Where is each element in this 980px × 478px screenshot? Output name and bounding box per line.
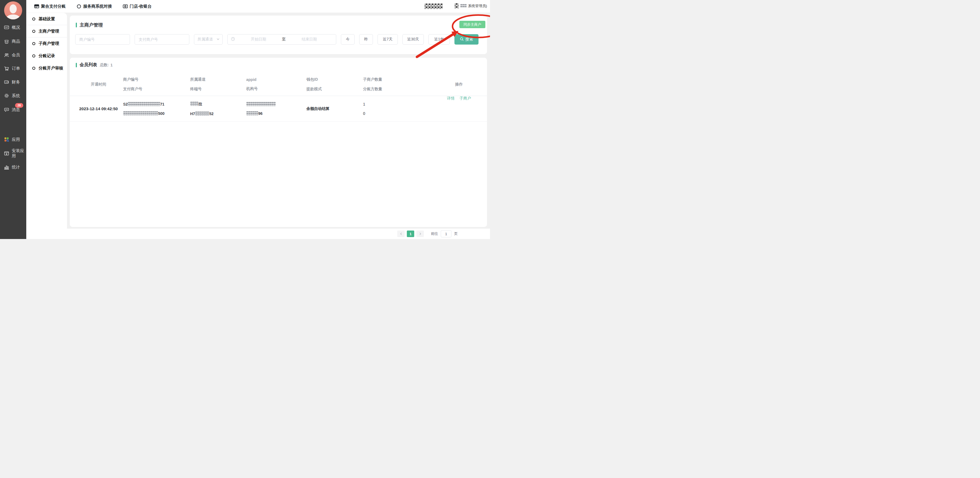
quick-filter-7days-button[interactable]: 近7天: [377, 34, 398, 44]
sync-main-merchant-button[interactable]: 同步主商户: [459, 21, 485, 28]
sidebar-item-members[interactable]: 会员: [0, 52, 26, 58]
sidebar-item-label: 商品: [12, 39, 20, 44]
cell-actions: 详情 子商户: [435, 96, 483, 121]
statistics-icon: [4, 164, 9, 170]
list-total-value: 1: [111, 63, 113, 67]
detail-link[interactable]: 详情: [447, 96, 455, 101]
circle-bullet-icon: [32, 17, 35, 21]
avatar-body-shape: [6, 14, 21, 19]
sidebar-item-label: 会员: [12, 52, 20, 58]
chevron-left-icon: [400, 232, 402, 236]
top-bar: 聚合支付分账 服务商系统对接 0 门店-收银台 系统管理员): [0, 0, 490, 13]
censored-org-no: [246, 111, 258, 115]
member-list-card: 会员列表 总数: 1 开通时间 商户编号支付商户号 所属通道终端号 appid机…: [70, 58, 487, 227]
sidebar-item-label: 系统: [12, 93, 20, 98]
module-tabs: 聚合支付分账 服务商系统对接 0 门店-收银台: [34, 0, 151, 13]
page-title: 主商户管理: [76, 22, 103, 28]
censored-user-name: [460, 4, 467, 8]
sidebar-item-goods[interactable]: 商品: [0, 38, 26, 44]
messages-badge: 28: [15, 103, 23, 108]
table-row: 2023-12-14 09:42:50 S271 500 拉 H752 96: [70, 96, 487, 122]
cell-appid: 96: [246, 96, 306, 121]
page-unit-label: 页: [454, 231, 458, 236]
start-date-placeholder: 开始日期: [235, 37, 282, 42]
censored-appid: [246, 102, 276, 106]
sidebar-item-label: 消息: [12, 107, 20, 113]
sub-merchant-link[interactable]: 子商户: [460, 96, 471, 101]
chevron-right-icon: [419, 232, 422, 236]
circle-bullet-icon: [32, 42, 35, 45]
submenu-item-label: 基础设置: [38, 16, 55, 22]
sidebar-item-finance[interactable]: ¥ 财务: [0, 79, 26, 85]
submenu-item-main-merchant-management[interactable]: 主商户管理: [26, 25, 67, 38]
submenu-item-split-records[interactable]: 分账记录: [26, 50, 67, 62]
sidebar-item-overview[interactable]: 概况: [0, 24, 26, 31]
tab-label: 聚合支付分账: [41, 4, 66, 9]
channel-select-placeholder: 所属通道: [197, 37, 213, 42]
svg-text:¥: ¥: [5, 81, 7, 83]
sidebar-item-statistics[interactable]: 统计: [0, 164, 26, 170]
col-actions: 操作: [435, 73, 483, 96]
primary-sidebar: 概况 商品 会员 订单 ¥ 财务 系统 消息 28 应用: [0, 0, 26, 239]
col-appid: appid机构号: [246, 73, 306, 96]
table-header: 开通时间 商户编号支付商户号 所属通道终端号 appid机构号 钱包ID提款模式…: [70, 73, 487, 96]
goods-icon: [4, 38, 9, 44]
sidebar-item-orders[interactable]: 订单: [0, 65, 26, 71]
col-counts: 子商户数量分账方数量: [363, 73, 435, 96]
messages-icon: [4, 107, 9, 113]
search-button[interactable]: 搜索: [455, 34, 479, 44]
censored-user-icon: [455, 3, 459, 8]
tab-service-provider-integration[interactable]: 服务商系统对接: [76, 4, 112, 9]
main-content: 主商户管理 同步主商户 所属通道 开始日期 至 结束日期 今 昨 近7天: [67, 13, 490, 239]
sidebar-item-label: 安装应用: [12, 148, 26, 159]
list-title: 会员列表 总数: 1: [76, 62, 113, 68]
system-icon: [4, 93, 9, 98]
submenu-item-basic-settings[interactable]: 基础设置: [26, 13, 67, 25]
submenu-item-label: 分账记录: [38, 53, 55, 59]
submenu-item-label: 子商户管理: [38, 41, 59, 46]
sidebar-item-label: 财务: [12, 79, 20, 85]
cashier-icon: 0: [123, 4, 128, 9]
channel-select[interactable]: 所属通道: [194, 34, 223, 44]
clock-icon: [231, 37, 235, 42]
current-page-button[interactable]: 1: [407, 230, 414, 237]
user-menu[interactable]: 系统管理员): [455, 3, 487, 8]
sidebar-item-label: 订单: [12, 66, 20, 71]
next-page-button[interactable]: [417, 230, 424, 237]
censored-terminal-no: [195, 111, 209, 116]
avatar-head-shape: [10, 5, 17, 13]
col-merchant-no: 商户编号支付商户号: [123, 73, 190, 96]
tab-label: 门店-收银台: [130, 4, 151, 9]
censored-pay-merchant-no: [123, 111, 158, 115]
members-icon: [4, 52, 9, 58]
sidebar-item-system[interactable]: 系统: [0, 92, 26, 99]
submenu-item-sub-merchant-management[interactable]: 子商户管理: [26, 38, 67, 50]
quick-filter-yesterday-button[interactable]: 昨: [359, 34, 373, 44]
tab-aggregate-payment-split[interactable]: 聚合支付分账: [34, 4, 66, 9]
quick-filter-30days-button[interactable]: 近30天: [402, 34, 424, 44]
chevron-down-icon: [216, 37, 220, 42]
cell-channel: 拉 H752: [190, 96, 246, 121]
pagination-bar: 1 前往 页: [67, 229, 490, 239]
submenu-item-label: 分账开户审核: [38, 66, 63, 71]
prev-page-button[interactable]: [397, 230, 405, 237]
date-range-picker[interactable]: 开始日期 至 结束日期: [228, 34, 336, 44]
tab-label: 服务商系统对接: [83, 4, 112, 9]
sidebar-item-apps[interactable]: 应用: [0, 136, 26, 143]
install-apps-icon: [4, 151, 9, 156]
avatar[interactable]: [4, 2, 22, 19]
sidebar-item-messages[interactable]: 消息 28: [0, 106, 26, 113]
col-wallet: 钱包ID提款模式: [306, 73, 363, 96]
quick-filter-1year-button[interactable]: 近1年: [428, 34, 450, 44]
finance-icon: ¥: [4, 79, 9, 85]
pay-merchant-no-input[interactable]: [135, 34, 189, 44]
quick-filter-today-button[interactable]: 今: [341, 34, 355, 44]
sidebar-item-install-apps[interactable]: 安装应用: [0, 150, 26, 157]
submenu-item-split-account-audit[interactable]: 分账开户审核: [26, 62, 67, 75]
cell-counts: 1 0: [363, 96, 435, 121]
tab-store-cashier[interactable]: 0 门店-收银台: [123, 4, 151, 9]
merchant-no-input[interactable]: [75, 34, 130, 44]
submenu-item-label: 主商户管理: [38, 29, 59, 34]
sidebar-item-label: 应用: [12, 137, 20, 142]
goto-page-input[interactable]: [441, 230, 452, 237]
